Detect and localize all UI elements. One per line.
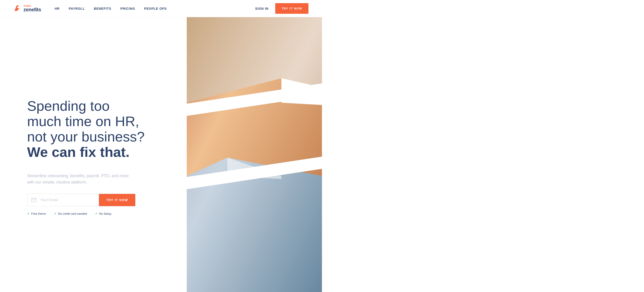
email-icon-wrap — [27, 194, 40, 206]
email-input[interactable] — [40, 194, 99, 206]
perk-label-2: No credit card needed — [58, 212, 87, 215]
svg-marker-0 — [14, 6, 20, 11]
logo[interactable]: TriNet zenefits — [14, 5, 41, 13]
perks-list: ✓ Free Demo ✓ No credit card needed ✓ No… — [27, 212, 173, 215]
try-it-now-nav-button[interactable]: TRY IT NOW — [275, 3, 308, 14]
perk-no-credit-card: ✓ No credit card needed — [54, 212, 87, 215]
logo-zenefits: zenefits — [24, 7, 41, 12]
hero-headline: Spending too much time on HR, not your b… — [27, 98, 154, 160]
nav-links: HR PAYROLL BENEFITS PRICING PEOPLE OPS — [55, 7, 255, 11]
hero-right — [187, 17, 322, 292]
nav-item-benefits[interactable]: BENEFITS — [94, 7, 111, 11]
hero-headline-bold: We can fix that. — [27, 144, 130, 160]
check-icon-3: ✓ — [95, 212, 98, 215]
nav-item-people-ops[interactable]: PEOPLE OPS — [144, 7, 167, 11]
logo-icon — [14, 5, 22, 13]
nav-item-pricing[interactable]: PRICING — [120, 7, 135, 11]
z-shape-overlay — [187, 17, 322, 292]
check-icon-1: ✓ — [27, 212, 30, 215]
hero-subtext: Streamline onboarding, benefits, payroll… — [27, 173, 131, 186]
nav-item-payroll[interactable]: PAYROLL — [69, 7, 85, 11]
perk-no-setup: ✓ No Setup — [95, 212, 111, 215]
hero-left: Spending too much time on HR, not your b… — [0, 17, 187, 292]
nav-item-hr[interactable]: HR — [55, 7, 60, 11]
sign-in-link[interactable]: SIGN IN — [255, 7, 268, 11]
perk-free-demo: ✓ Free Demo — [27, 212, 46, 215]
navbar: TriNet zenefits HR PAYROLL BENEFITS PRIC… — [0, 0, 322, 17]
try-it-now-hero-button[interactable]: TRY IT NOW — [99, 194, 135, 206]
perk-label-3: No Setup — [99, 212, 111, 215]
perk-label-1: Free Demo — [31, 212, 46, 215]
nav-right: SIGN IN TRY IT NOW — [255, 3, 308, 14]
hero-section: Spending too much time on HR, not your b… — [0, 17, 322, 292]
z-shape-container — [187, 17, 322, 292]
email-form: TRY IT NOW — [27, 194, 136, 206]
check-icon-2: ✓ — [54, 212, 57, 215]
logo-text: TriNet zenefits — [24, 5, 41, 12]
email-icon — [32, 198, 36, 202]
